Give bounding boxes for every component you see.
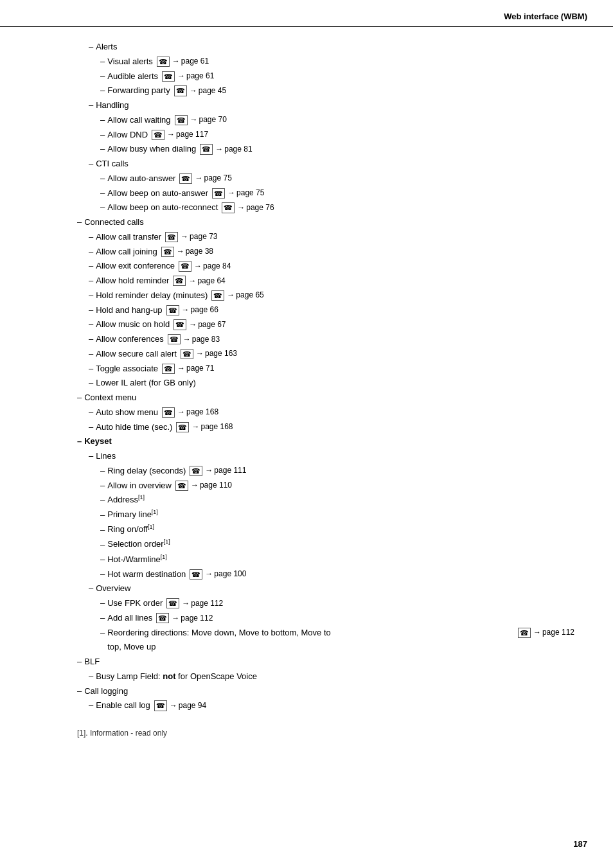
item-label: Call logging xyxy=(84,684,128,699)
list-item: – Allow exit conference ☎ → page 84 xyxy=(89,259,574,274)
list-item: – Hot warm destination ☎ → page 100 xyxy=(100,567,574,582)
phone-icon: ☎ xyxy=(166,598,179,608)
item-label: Allow conferences xyxy=(96,332,164,347)
item-label: Use FPK order xyxy=(107,596,163,611)
page-content: – Alerts – Visual alerts ☎ → page 61 – A… xyxy=(0,27,613,763)
item-label: Hold reminder delay (minutes) xyxy=(96,288,208,303)
item-label: Allow beep on auto-answer xyxy=(107,186,208,201)
page-ref: ☎ → page 75 xyxy=(178,172,231,185)
list-item: – Allow auto-answer ☎ → page 75 xyxy=(100,172,574,186)
dash-icon: – xyxy=(89,449,93,464)
arrow-icon: → xyxy=(177,69,185,83)
list-item: – Hot-/Warmline[1] xyxy=(100,553,574,567)
dash-icon: – xyxy=(100,172,105,186)
dash-icon: – xyxy=(89,332,93,347)
page-ref: ☎ → page 111 xyxy=(188,464,246,477)
list-item: – Allow conferences ☎ → page 83 xyxy=(89,332,574,347)
page-ref: ☎ → page 67 xyxy=(172,318,226,332)
dash-icon: – xyxy=(100,596,105,611)
dash-icon: – xyxy=(89,98,93,113)
arrow-icon: → xyxy=(205,464,213,477)
dash-icon: – xyxy=(100,626,105,641)
dash-icon: – xyxy=(89,362,93,376)
list-item: – Busy Lamp Field: not for OpenScape Voi… xyxy=(89,669,574,684)
phone-icon: ☎ xyxy=(181,349,193,359)
item-label: Audible alerts xyxy=(107,69,158,84)
arrow-icon: → xyxy=(177,245,184,258)
item-label: Overview xyxy=(96,581,130,596)
item-label: Enable call log xyxy=(96,698,150,713)
list-item: – Lines xyxy=(89,449,574,464)
item-label: Primary line[1] xyxy=(107,508,158,522)
item-label: Allow hold reminder xyxy=(96,274,169,288)
page-ref: ☎ → page 83 xyxy=(166,333,220,346)
item-label: Hot warm destination xyxy=(107,567,186,582)
item-label: Auto show menu xyxy=(96,405,158,420)
dash-icon: – xyxy=(89,259,93,274)
phone-icon: ☎ xyxy=(173,276,186,286)
arrow-icon: → xyxy=(170,699,177,713)
item-label: Handling xyxy=(96,98,129,113)
page-header: Web interface (WBM) xyxy=(0,0,613,27)
item-label: Allow exit conference xyxy=(96,259,175,274)
list-item: – Allow DND ☎ → page 117 xyxy=(100,128,574,143)
arrow-icon: → xyxy=(237,201,245,215)
arrow-icon: → xyxy=(227,186,235,200)
phone-icon: ☎ xyxy=(154,700,167,711)
dash-icon: – xyxy=(77,434,82,449)
list-item: – Selection order[1] xyxy=(100,537,574,552)
arrow-icon: → xyxy=(227,288,235,302)
arrow-icon: → xyxy=(182,303,190,317)
superscript: [1] xyxy=(148,524,154,530)
page-ref: ☎ → page 75 xyxy=(211,186,264,200)
page-ref: ☎ → page 84 xyxy=(177,260,231,273)
list-item: – Allow beep on auto-reconnect ☎ → page … xyxy=(100,200,574,215)
arrow-icon: → xyxy=(177,405,185,419)
item-label: CTI calls xyxy=(96,157,129,172)
list-item: – Allow in overview ☎ → page 110 xyxy=(100,479,574,493)
list-item: – Allow call waiting ☎ → page 70 xyxy=(100,113,574,128)
page-ref: ☎ → page 117 xyxy=(150,128,208,141)
page-ref: ☎ → page 70 xyxy=(173,113,227,127)
dash-icon: – xyxy=(89,376,93,391)
list-item: – Forwarding party ☎ → page 45 xyxy=(100,84,574,98)
arrow-icon: → xyxy=(182,597,190,610)
item-label: Allow call waiting xyxy=(107,113,170,128)
phone-icon: ☎ xyxy=(157,57,170,67)
item-label: Visual alerts xyxy=(107,55,153,69)
footnote-section: [1]. Information - read only xyxy=(77,729,574,738)
list-item: – Audible alerts ☎ → page 61 xyxy=(100,69,574,84)
item-label: Allow busy when dialing xyxy=(107,142,196,157)
list-item: – Enable call log ☎ → page 94 xyxy=(89,698,574,713)
list-item: – Ring delay (seconds) ☎ → page 111 xyxy=(100,464,574,479)
arrow-icon: → xyxy=(188,274,196,288)
arrow-icon: → xyxy=(189,318,197,332)
list-item: – Add all lines ☎ → page 112 xyxy=(100,611,574,626)
phone-icon: ☎ xyxy=(166,305,179,315)
arrow-icon: → xyxy=(172,55,180,68)
list-item: – Allow music on hold ☎ → page 67 xyxy=(89,317,574,332)
item-label: Lines xyxy=(96,449,116,464)
phone-icon: ☎ xyxy=(162,71,175,82)
page-ref: ☎ → page 110 xyxy=(174,479,232,492)
list-item: – Alerts xyxy=(89,40,574,55)
arrow-icon: → xyxy=(195,172,202,185)
toc-list: – Alerts – Visual alerts ☎ → page 61 – A… xyxy=(77,40,574,713)
item-label: Ring delay (seconds) xyxy=(107,464,186,479)
item-label: Address[1] xyxy=(107,493,145,508)
phone-icon: ☎ xyxy=(152,130,164,140)
item-label: Busy Lamp Field: not for OpenScape Voice xyxy=(96,669,257,684)
list-item: – Toggle associate ☎ → page 71 xyxy=(89,362,574,376)
superscript: [1] xyxy=(164,538,170,545)
dash-icon: – xyxy=(100,200,105,215)
dash-icon: – xyxy=(89,245,93,260)
dash-icon: – xyxy=(100,508,105,523)
page-ref: ☎ → page 112 xyxy=(517,626,574,639)
item-label: Forwarding party xyxy=(107,84,170,98)
item-label: Hold and hang-up xyxy=(96,303,162,318)
page-ref: ☎ → page 168 xyxy=(161,405,218,419)
list-item: – Address[1] xyxy=(100,493,574,508)
list-item: – Visual alerts ☎ → page 61 xyxy=(100,55,574,69)
phone-icon: ☎ xyxy=(190,466,202,476)
dash-icon: – xyxy=(77,391,82,405)
